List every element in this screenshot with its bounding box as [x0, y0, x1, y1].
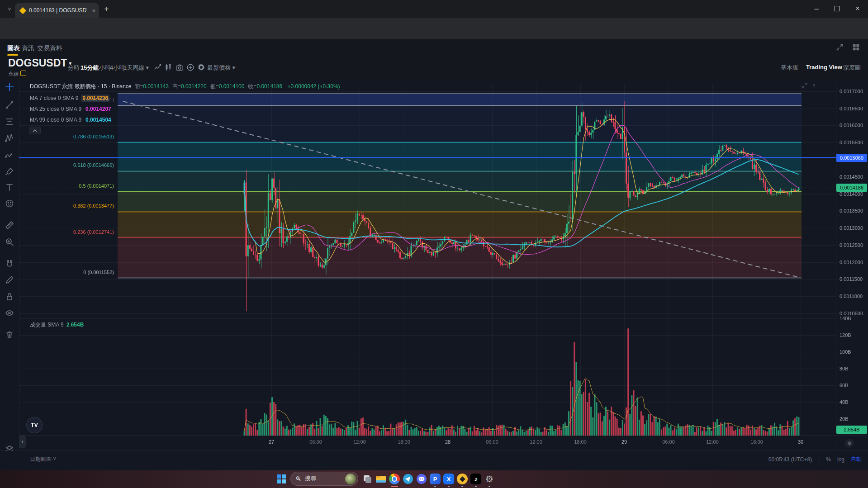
- fib-label-0: 0 (0.0011552): [42, 270, 114, 275]
- running-dot: [489, 486, 490, 487]
- percent-scale-button[interactable]: %: [826, 456, 831, 463]
- drawing-toolbar: [0, 81, 19, 450]
- taskbar-app-binance-yellow[interactable]: [456, 473, 469, 485]
- price-tick: 0.0013500: [840, 208, 863, 213]
- expand-icon[interactable]: [802, 82, 808, 89]
- chart-status-bar: 日期範圍 ˅ 00:05:43 (UTC+8) | % log 自動: [0, 450, 868, 471]
- clock: 00:05:43 (UTC+8): [768, 456, 812, 463]
- legend-collapse-button[interactable]: [29, 127, 41, 134]
- taskbar-app-chrome[interactable]: [388, 473, 401, 485]
- taskbar-search[interactable]: 🔍︎搜尋: [290, 472, 358, 486]
- taskbar-app-trading-app-blue[interactable]: P: [429, 473, 441, 485]
- change-value: +0.0000042 (+0.30%): [288, 83, 340, 90]
- time-tick[interactable]: 06:00: [655, 439, 682, 445]
- price-badge-1: 0.0015060: [836, 154, 867, 162]
- trash-icon[interactable]: [5, 330, 14, 339]
- chrome-active-indicator: [391, 486, 398, 487]
- magnet-icon[interactable]: [5, 260, 14, 269]
- volume-legend[interactable]: 成交量 SMA 92.654B: [30, 321, 84, 329]
- time-tick[interactable]: 12:00: [522, 439, 550, 445]
- emoji-tool-icon[interactable]: [5, 199, 14, 208]
- ohlc-values: 開=0.0014143高=0.0014220低=0.0014100收=0.001…: [134, 83, 286, 90]
- taskbar-app-task-view[interactable]: [361, 473, 374, 485]
- taskbar-app-settings[interactable]: ⚙: [483, 473, 496, 485]
- taskbar-app-telegram[interactable]: [402, 473, 414, 485]
- taskbar-app-mexc[interactable]: X: [442, 473, 455, 485]
- zoom-in-icon[interactable]: [5, 237, 14, 246]
- trendline-icon[interactable]: [5, 100, 14, 109]
- fib-label-0.786: 0.786 (0.0015513): [42, 134, 114, 139]
- volume-tick: 60B: [840, 383, 849, 388]
- fib-label-1: 1 (0.0016591): [42, 97, 114, 102]
- running-dot: [475, 486, 477, 487]
- price-badge-2: 0.0014186: [836, 184, 867, 192]
- fib-label-0.618: 0.618 (0.0014666): [42, 162, 114, 168]
- time-tick[interactable]: 06:00: [302, 439, 329, 445]
- chart-canvas[interactable]: [0, 0, 868, 470]
- volume-tick: 80B: [840, 366, 849, 371]
- time-tick[interactable]: 18:00: [390, 439, 417, 445]
- fib-label-0.5: 0.5 (0.0014071): [42, 183, 114, 189]
- price-tick: 0.0012000: [840, 260, 863, 265]
- time-tick[interactable]: 28: [434, 439, 461, 445]
- price-tick: 0.0014000: [840, 191, 863, 197]
- fib-retracement-icon[interactable]: [5, 117, 14, 126]
- ma-legend-row-3[interactable]: MA 99 close 0 SMA 90.0014504: [30, 117, 113, 123]
- scroll-left-chevron[interactable]: ‹: [19, 435, 26, 448]
- eye-icon[interactable]: [5, 308, 14, 317]
- volume-tick: 140B: [840, 316, 851, 321]
- taskbar-app-tiktok[interactable]: ♪: [470, 473, 482, 485]
- date-range-dropdown[interactable]: 日期範圍 ˅: [30, 455, 56, 463]
- chart-legend[interactable]: DOGSUSDT 永續 最新價格 · 15 · Binance 開=0.0014…: [30, 83, 340, 90]
- time-tick[interactable]: 18:00: [743, 439, 770, 445]
- ruler-icon[interactable]: [5, 221, 14, 230]
- time-tick[interactable]: 30: [787, 439, 814, 445]
- brush-icon[interactable]: [5, 167, 14, 176]
- text-tool-icon[interactable]: [5, 183, 14, 192]
- elliott-wave-icon[interactable]: [5, 151, 14, 160]
- fib-label-0.236: 0.236 (0.0012741): [42, 229, 114, 235]
- price-tick: 0.0016500: [840, 106, 863, 111]
- price-tick: 0.0015500: [840, 140, 863, 145]
- running-dot: [434, 486, 436, 487]
- status-bar-right: 00:05:43 (UTC+8) | % log 自動: [768, 455, 862, 463]
- taskbar-app-file-explorer[interactable]: [375, 473, 387, 485]
- chart-corner-icons: ×: [802, 82, 816, 89]
- price-tick: 0.0014500: [840, 174, 863, 180]
- time-tick[interactable]: 18:00: [567, 439, 594, 445]
- search-icon: 🔍︎: [295, 475, 301, 482]
- volume-tick: 20B: [840, 416, 849, 422]
- time-tick[interactable]: 06:00: [479, 439, 506, 445]
- ohlc-item: 開=0.0014143: [134, 83, 169, 90]
- price-tick: 0.0012500: [840, 242, 863, 248]
- legend-title: DOGSUSDT 永續 最新價格 · 15 · Binance: [30, 83, 132, 90]
- crosshair-icon[interactable]: [5, 82, 14, 91]
- search-placeholder: 搜尋: [305, 475, 316, 483]
- running-dot: [461, 486, 463, 487]
- price-tick: 0.0016000: [840, 123, 863, 128]
- log-scale-button[interactable]: log: [837, 456, 844, 463]
- fib-label-0.382: 0.382 (0.0013477): [42, 203, 114, 208]
- tradingview-logo[interactable]: TV: [26, 417, 43, 433]
- volume-tick: 120B: [840, 332, 851, 338]
- time-tick[interactable]: 12:00: [699, 439, 726, 445]
- taskbar-app-discord[interactable]: [415, 473, 428, 485]
- time-tick[interactable]: 12:00: [346, 439, 373, 445]
- price-tick: 0.0013000: [840, 225, 863, 231]
- taskbar-app-start[interactable]: [275, 473, 288, 485]
- volume-tick: 100B: [840, 349, 851, 355]
- running-dot: [448, 486, 450, 487]
- price-tick: 0.0011500: [840, 276, 863, 282]
- draw-pencil-icon[interactable]: [5, 275, 14, 284]
- search-highlight-thumbnail: [345, 474, 356, 484]
- axis-settings-gear-icon[interactable]: ⚙: [845, 439, 854, 448]
- time-tick[interactable]: 29: [611, 439, 638, 445]
- time-tick[interactable]: 27: [258, 439, 285, 445]
- xabcd-pattern-icon[interactable]: [5, 134, 14, 143]
- lock-icon[interactable]: [5, 292, 14, 301]
- volume-tick: 40B: [840, 399, 849, 405]
- volume-badge: 2.654B: [836, 426, 867, 434]
- ma-legend-row-2[interactable]: MA 25 close 0 SMA 90.0014207: [30, 106, 113, 112]
- auto-scale-button[interactable]: 自動: [851, 455, 862, 463]
- close-drawing-icon[interactable]: ×: [812, 82, 816, 89]
